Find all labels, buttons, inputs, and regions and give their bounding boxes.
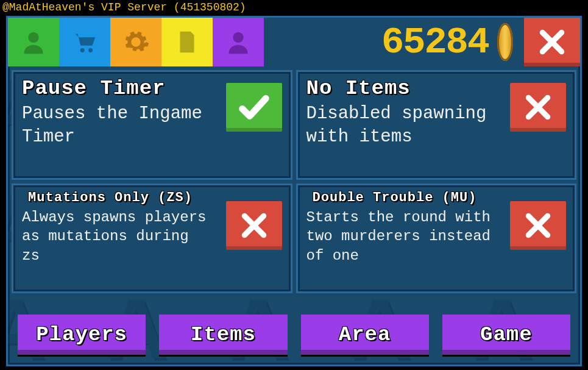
tab-label: Game (480, 323, 533, 346)
bottom-tabs: Players Items Area Game (12, 297, 576, 361)
nav-notes-button[interactable] (161, 18, 213, 66)
tab-area[interactable]: Area (301, 315, 429, 355)
toggle-no-items[interactable] (510, 83, 566, 132)
person-icon (19, 28, 48, 56)
check-icon (235, 90, 273, 125)
option-no-items: No Items Disabled spawning with items (296, 70, 577, 180)
option-title: Mutations Only (ZS) (22, 190, 199, 205)
close-icon (522, 209, 554, 242)
tab-game[interactable]: Game (442, 315, 570, 355)
tab-label: Area (339, 323, 391, 346)
tab-items[interactable]: Items (159, 315, 287, 355)
close-icon (522, 91, 554, 124)
nav-shop-button[interactable] (59, 18, 110, 66)
nav-settings-button[interactable] (110, 18, 161, 66)
close-icon (536, 26, 569, 59)
option-double-trouble: Double Trouble (MU) Starts the round wit… (296, 183, 577, 293)
svg-rect-5 (182, 44, 191, 46)
svg-point-1 (80, 48, 85, 52)
window-title-bar: MadAtHeaven's VIP Server (451350802) (0, 0, 588, 15)
option-desc: Disabled spawning with items (306, 102, 494, 148)
toggle-mutations-only[interactable] (226, 201, 282, 250)
svg-rect-3 (182, 37, 191, 39)
toggle-double-trouble[interactable] (510, 201, 566, 250)
coin-icon (497, 23, 513, 61)
spacer (264, 18, 381, 66)
option-pause-timer: Pause Timer Pauses the Ingame Timer (12, 70, 292, 180)
top-bar: 65284 (8, 18, 580, 66)
option-desc: Starts the round with two murderers inst… (306, 208, 494, 265)
svg-rect-4 (182, 41, 191, 43)
option-mutations-only: Mutations Only (ZS) Always spawns player… (12, 183, 292, 293)
svg-point-6 (233, 32, 243, 43)
option-desc: Always spawns players as mutations durin… (22, 208, 209, 265)
svg-point-2 (88, 48, 93, 52)
settings-panel: A A A A A A A A A A A A A A A 6528 (6, 16, 582, 366)
coin-count: 65284 (381, 21, 489, 64)
tab-label: Players (36, 323, 127, 346)
window-title: MadAtHeaven's VIP Server (451350802) (9, 1, 246, 13)
tab-label: Items (191, 323, 256, 346)
svg-point-0 (28, 32, 38, 43)
person-icon (224, 28, 252, 56)
currency-display: 65284 (381, 18, 524, 66)
option-title: Double Trouble (MU) (306, 190, 483, 205)
document-icon (173, 28, 201, 56)
toggle-pause-timer[interactable] (226, 83, 282, 132)
gear-icon (122, 28, 150, 56)
close-button[interactable] (524, 18, 580, 66)
tab-players[interactable]: Players (18, 315, 146, 355)
nav-friends-button[interactable] (213, 18, 264, 66)
option-desc: Pauses the Ingame Timer (22, 102, 209, 148)
nav-profile-button[interactable] (8, 18, 59, 66)
cart-icon (71, 28, 99, 56)
close-icon (238, 209, 271, 242)
options-grid: Pause Timer Pauses the Ingame Timer No I… (8, 66, 580, 365)
